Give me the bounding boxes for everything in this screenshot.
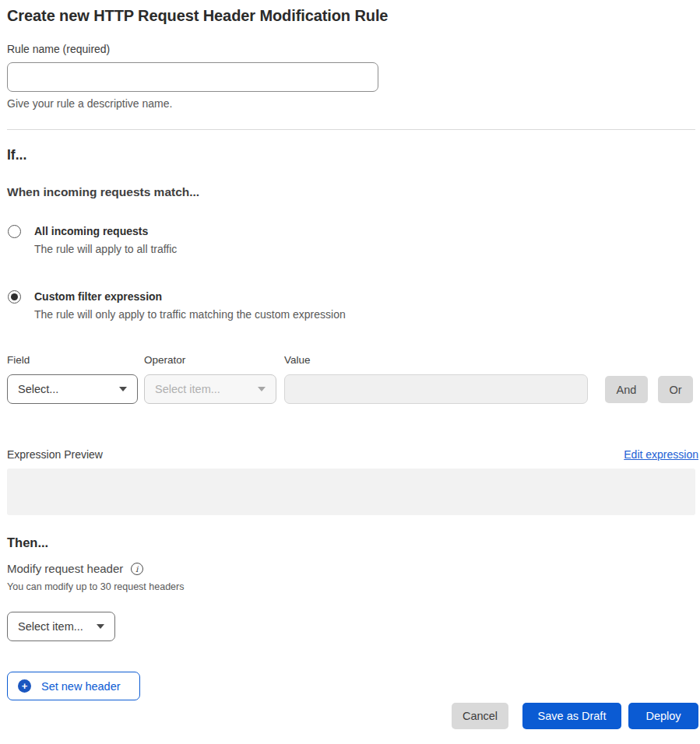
save-as-draft-button[interactable]: Save as Draft [522, 703, 621, 729]
match-subheading: When incoming requests match... [7, 184, 698, 199]
expression-preview-header: Expression Preview Edit expression [7, 447, 698, 461]
operator-group: Operator Select item... [144, 353, 276, 404]
radio-all-incoming-requests[interactable] [8, 225, 21, 238]
value-group: Value [284, 353, 588, 404]
header-item-select-value: Select item... [18, 620, 83, 633]
header-item-select[interactable]: Select item... [7, 612, 115, 641]
footer-actions: Cancel Save as Draft Deploy [7, 703, 698, 729]
set-new-header-button[interactable]: + Set new header [7, 672, 140, 700]
if-heading: If... [7, 146, 698, 163]
expression-builder-row: Field Select... Operator Select item... … [7, 353, 698, 404]
modify-header-label: Modify request header [7, 561, 123, 576]
cancel-button[interactable]: Cancel [452, 703, 508, 729]
operator-select-value: Select item... [155, 383, 220, 395]
expression-preview-label: Expression Preview [7, 447, 103, 461]
field-select-value: Select... [18, 383, 58, 395]
page-title: Create new HTTP Request Header Modificat… [7, 6, 698, 25]
option-label: All incoming requests [34, 224, 177, 238]
create-rule-page: Create new HTTP Request Header Modificat… [0, 0, 700, 744]
field-select[interactable]: Select... [7, 374, 138, 404]
option-label: Custom filter expression [34, 290, 346, 304]
option-custom-filter-expression[interactable]: Custom filter expression The rule will o… [7, 290, 698, 321]
option-texts: All incoming requests The rule will appl… [34, 224, 177, 256]
rule-name-help: Give your rule a descriptive name. [7, 97, 698, 111]
value-label: Value [284, 353, 588, 367]
field-label: Field [7, 353, 138, 367]
field-group: Field Select... [7, 353, 138, 404]
expression-preview-box [7, 469, 695, 515]
radio-dot [11, 293, 18, 300]
chevron-down-icon [258, 387, 266, 391]
plus-icon: + [18, 679, 31, 693]
operator-label: Operator [144, 353, 276, 367]
chevron-down-icon [119, 387, 127, 391]
then-heading: Then... [7, 535, 698, 550]
edit-expression-link[interactable]: Edit expression [624, 447, 698, 461]
modify-header-help: You can modify up to 30 request headers [7, 581, 698, 593]
option-texts: Custom filter expression The rule will o… [34, 290, 346, 321]
value-input[interactable] [284, 374, 588, 404]
info-icon[interactable]: i [131, 563, 143, 575]
or-button[interactable]: Or [658, 376, 693, 403]
option-description: The rule will only apply to traffic matc… [34, 307, 346, 321]
chevron-down-icon [97, 624, 104, 629]
operator-select[interactable]: Select item... [144, 374, 276, 404]
option-description: The rule will apply to all traffic [34, 242, 177, 256]
option-all-incoming-requests[interactable]: All incoming requests The rule will appl… [7, 224, 698, 256]
rule-name-input[interactable] [7, 62, 378, 92]
set-new-header-label: Set new header [41, 680, 121, 693]
and-button[interactable]: And [605, 376, 648, 403]
section-divider [7, 129, 695, 130]
deploy-button[interactable]: Deploy [628, 703, 698, 729]
modify-header-row: Modify request header i [7, 561, 698, 576]
radio-custom-filter-expression[interactable] [8, 290, 21, 304]
rule-name-label: Rule name (required) [7, 43, 698, 56]
